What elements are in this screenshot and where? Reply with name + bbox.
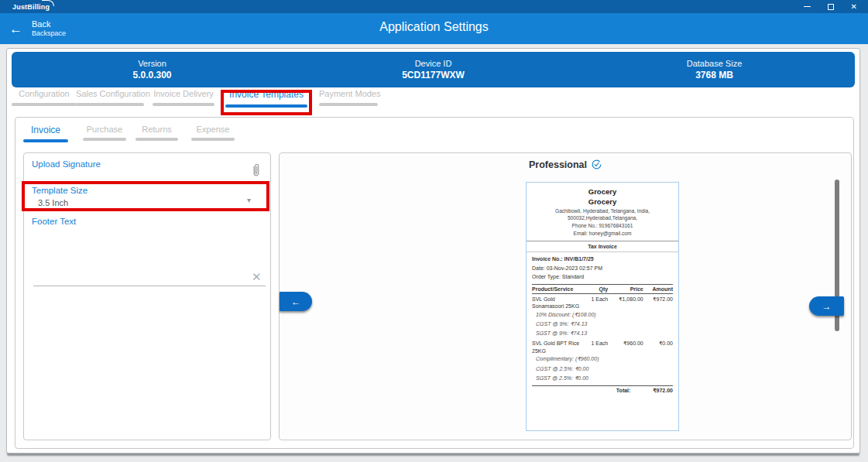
invoice-preview: Grocery Grocery Gachibowli, Hyderabad, T… <box>526 182 679 431</box>
paperclip-icon[interactable] <box>251 163 261 181</box>
device-id-value: 5CD1177WXW <box>402 70 465 80</box>
col-qty: Qty <box>583 286 609 292</box>
item-note: SGST @ 9%: ₹74.13 <box>532 329 673 338</box>
divider <box>527 241 678 241</box>
device-id-label: Device ID <box>415 59 452 68</box>
subtab-underline <box>83 138 126 141</box>
template-size-dropdown[interactable]: 3.5 Inch <box>38 198 68 207</box>
footer-text-input[interactable] <box>33 286 266 286</box>
invoice-items-table: Product/Service Qty Price Amount SVL Gol… <box>532 284 673 394</box>
right-arrow-icon: → <box>822 301 832 312</box>
subtab-underline <box>23 139 68 142</box>
database-size-label: Database Size <box>687 59 743 68</box>
item-note: SGST @ 2.5%: ₹0.00 <box>532 374 673 383</box>
database-size-value: 3768 MB <box>695 70 733 80</box>
subtab-purchase[interactable]: Purchase <box>83 125 126 145</box>
tab-invoice-templates[interactable]: Invoice Templates <box>225 89 307 112</box>
item-note: CGST @ 9%: ₹74.13 <box>532 320 673 329</box>
clear-icon[interactable]: ✕ <box>252 271 262 282</box>
device-id-cell: Device ID 5CD1177WXW <box>293 52 574 87</box>
store-email: Email: honey@gmail.com <box>532 230 673 238</box>
item-price: ₹1,080.00 <box>608 296 643 303</box>
tab-underline <box>153 103 214 106</box>
tab-underline <box>319 103 378 106</box>
order-type: Order Type: Standard <box>532 272 673 282</box>
store-name-2: Grocery <box>532 197 673 207</box>
item-qty: 1 Each <box>583 296 609 303</box>
window-controls: ✕ <box>804 3 857 11</box>
next-template-button[interactable]: → <box>809 296 844 316</box>
col-amount: Amount <box>643 286 673 292</box>
template-name-text: Professional <box>529 159 587 170</box>
store-phone: Phone No.: 919676843161 <box>532 222 673 230</box>
upload-signature-button[interactable]: Upload Signature <box>32 159 101 169</box>
version-value: 5.0.0.300 <box>132 70 171 80</box>
invoice-templates-panel: Invoice Purchase Returns Expense Upload … <box>15 117 854 449</box>
info-bar: Version 5.0.0.300 Device ID 5CD1177WXW D… <box>12 52 855 87</box>
tab-label: Payment Modes <box>319 89 378 98</box>
left-arrow-icon: ← <box>291 296 300 307</box>
item-name: SVL Gold Sonamasoori 25KG <box>532 296 583 310</box>
store-name: Grocery <box>532 187 673 197</box>
subtab-label: Expense <box>191 125 235 134</box>
subtab-returns[interactable]: Returns <box>136 125 178 145</box>
chevron-down-icon[interactable]: ▾ <box>247 196 251 204</box>
total-row: Total: ₹972.00 <box>532 385 673 394</box>
page-title: Application Settings <box>0 20 868 34</box>
invoice-options-panel: Upload Signature Template Size 3.5 Inch … <box>23 152 271 440</box>
table-row: SVL Gold BPT Rice 25KG 1 Each ₹960.00 ₹0… <box>532 338 673 354</box>
subtab-label: Returns <box>136 125 178 134</box>
logo-swoosh <box>42 0 54 6</box>
tab-payment-modes[interactable]: Payment Modes <box>319 89 378 112</box>
total-value: ₹972.00 <box>630 388 673 394</box>
previous-template-button[interactable]: ← <box>280 292 312 311</box>
subtab-underline <box>136 138 178 141</box>
tab-invoice-delivery[interactable]: Invoice Delivery <box>153 89 214 112</box>
title-bar: JustBilling ✕ <box>0 0 868 13</box>
tab-label: Invoice Delivery <box>153 89 214 98</box>
item-note: Complimentary: (₹960.00) <box>532 354 673 364</box>
subtab-label: Purchase <box>83 125 126 134</box>
selected-check-icon <box>592 159 602 172</box>
template-name: Professional <box>280 159 851 172</box>
item-note: CGST @ 2.5%: ₹0.00 <box>532 364 673 374</box>
tab-underline <box>76 103 144 106</box>
app-header: ← Back Backspace Application Settings <box>0 13 868 44</box>
tab-underline <box>12 103 77 106</box>
item-amount: ₹0.00 <box>643 340 673 347</box>
item-amount: ₹972.00 <box>643 296 673 303</box>
col-product: Product/Service <box>532 286 583 292</box>
version-label: Version <box>138 59 166 68</box>
footer-text-label: Footer Text <box>32 217 76 226</box>
tab-underline <box>225 104 307 108</box>
store-address-1: Gachibowli, Hyderabad, Telangana, India, <box>532 207 673 215</box>
tab-sales-configuration[interactable]: Sales Configuration <box>76 89 144 112</box>
item-qty: 1 Each <box>583 340 609 347</box>
maximize-icon[interactable] <box>828 4 834 10</box>
database-size-cell: Database Size 3768 MB <box>574 52 855 87</box>
minimize-icon[interactable] <box>804 6 811 8</box>
close-icon[interactable]: ✕ <box>851 3 857 11</box>
doc-type: Tax Invoice <box>532 244 673 249</box>
justbilling-logo: JustBilling <box>12 3 50 11</box>
subtab-underline <box>191 138 235 141</box>
template-preview-panel: Professional Grocery Grocery Gachibowli,… <box>279 152 852 440</box>
table-header-row: Product/Service Qty Price Amount <box>532 284 673 294</box>
invoice-date: Date: 03-Nov-2023 02:57 PM <box>532 264 673 273</box>
subtab-expense[interactable]: Expense <box>191 125 235 145</box>
col-price: Price <box>608 286 643 292</box>
tab-label: Invoice Templates <box>225 89 307 100</box>
item-name: SVL Gold BPT Rice 25KG <box>532 340 583 354</box>
tab-label: Sales Configuration <box>76 89 144 98</box>
settings-card: Version 5.0.0.300 Device ID 5CD1177WXW D… <box>6 48 860 453</box>
subtab-invoice[interactable]: Invoice <box>23 125 68 145</box>
invoice-number: Invoice No.: INV/B1/7/25 <box>532 255 673 264</box>
table-row: SVL Gold Sonamasoori 25KG 1 Each ₹1,080.… <box>532 294 673 310</box>
tab-label: Configuration <box>12 89 77 98</box>
tab-configuration[interactable]: Configuration <box>12 89 77 112</box>
version-cell: Version 5.0.0.300 <box>12 52 293 87</box>
item-price: ₹960.00 <box>608 340 643 347</box>
store-address-2: 500032,Hyderabad,Telangana, <box>532 214 673 222</box>
template-size-label: Template Size <box>32 186 87 195</box>
item-note: 10% Discount: (₹108.00) <box>532 310 673 320</box>
